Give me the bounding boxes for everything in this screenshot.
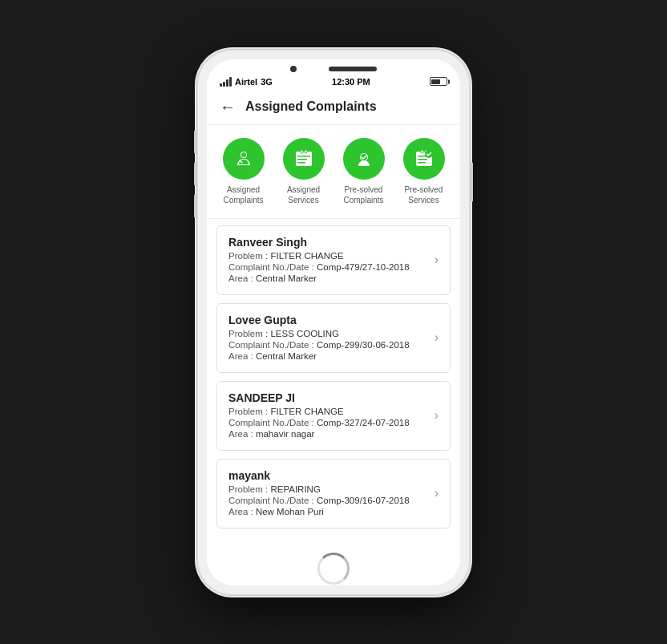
network-label: 3G [261,77,273,87]
area-label-2: Area : [228,429,256,439]
carrier-label: Airtel [235,77,257,87]
category-assigned-complaints[interactable]: AssignedComplaints [216,138,272,205]
phone-screen: Airtel 3G 12:30 PM ← Assigned Complaints [207,59,460,585]
assigned-services-icon [283,138,325,180]
complaint-card-2[interactable]: SANDEEP JI Problem : FILTER CHANGE Compl… [216,381,451,451]
svg-rect-15 [421,150,423,153]
complaint-no-label-1: Complaint No./Date : [228,340,317,350]
notch-bar [207,59,460,75]
area-value-0: Central Marker [256,273,317,283]
complaint-problem-1: Problem : LESS COOLING [228,329,428,338]
problem-label-1: Problem : [228,329,270,338]
complaint-name-0: Ranveer Singh [228,236,428,249]
complaint-no-value-3: Comp-309/16-07-2018 [317,496,410,505]
problem-label-0: Problem : [228,251,270,261]
problem-value-1: LESS COOLING [270,329,339,338]
camera-dot [290,66,297,72]
loading-container [216,537,451,585]
complaint-problem-0: Problem : FILTER CHANGE [228,251,428,261]
area-value-3: New Mohan Puri [256,507,324,516]
complaint-name-3: mayank [228,469,428,482]
problem-value-0: FILTER CHANGE [270,251,343,261]
complaint-no-label-0: Complaint No./Date : [228,262,317,272]
complaint-problem-3: Problem : REPAIRING [228,484,428,494]
complaint-area-3: Area : New Mohan Puri [228,507,428,516]
chevron-icon-3: › [435,486,439,500]
svg-rect-7 [301,150,303,153]
complaints-list: Ranveer Singh Problem : FILTER CHANGE Co… [207,219,460,585]
complaint-card-1[interactable]: Lovee Gupta Problem : LESS COOLING Compl… [216,303,451,373]
svg-rect-4 [297,156,310,157]
complaint-info-2: SANDEEP JI Problem : FILTER CHANGE Compl… [228,391,428,440]
svg-rect-5 [297,159,307,160]
loading-spinner [317,553,350,585]
category-pre-solved-complaints[interactable]: Pre-solvedComplaints [336,138,392,205]
status-left: Airtel 3G [220,77,273,87]
problem-value-2: FILTER CHANGE [270,407,343,416]
complaint-no-label-3: Complaint No./Date : [228,496,317,505]
complaint-name-2: SANDEEP JI [228,391,428,404]
category-pre-solved-services[interactable]: Pre-solvedServices [396,138,452,205]
app-content: ← Assigned Complaints [207,90,460,585]
problem-label-2: Problem : [228,407,270,416]
phone-frame: Airtel 3G 12:30 PM ← Assigned Complaints [197,50,470,595]
pre-solved-complaints-label: Pre-solvedComplaints [343,184,383,205]
complaint-card-3[interactable]: mayank Problem : REPAIRING Complaint No.… [216,459,451,529]
svg-point-17 [425,150,433,158]
pre-solved-complaints-icon [343,138,385,180]
chevron-icon-0: › [435,253,439,267]
complaint-info-0: Ranveer Singh Problem : FILTER CHANGE Co… [228,236,428,285]
page-title: Assigned Complaints [245,99,377,114]
area-value-2: mahavir nagar [256,429,315,439]
signal-icon [220,77,232,87]
chevron-icon-1: › [435,330,439,345]
complaint-no-3: Complaint No./Date : Comp-309/16-07-2018 [228,496,428,505]
svg-rect-8 [305,150,307,153]
svg-point-1 [241,152,246,157]
complaint-info-3: mayank Problem : REPAIRING Complaint No.… [228,469,428,518]
svg-rect-14 [418,162,426,164]
area-value-1: Central Marker [256,351,317,361]
battery-icon [430,77,447,86]
pre-solved-services-label: Pre-solvedServices [405,184,443,205]
complaint-no-value-0: Comp-479/27-10-2018 [317,262,410,272]
complaint-card-0[interactable]: Ranveer Singh Problem : FILTER CHANGE Co… [216,225,451,295]
complaint-area-0: Area : Central Marker [228,273,428,283]
complaint-area-1: Area : Central Marker [228,351,428,361]
back-button[interactable]: ← [220,98,236,116]
complaint-no-2: Complaint No./Date : Comp-327/24-07-2018 [228,418,428,427]
assigned-complaints-label: AssignedComplaints [223,184,263,205]
area-label-3: Area : [228,507,256,516]
area-label-1: Area : [228,351,256,361]
complaint-no-1: Complaint No./Date : Comp-299/30-06-2018 [228,340,428,350]
status-bar: Airtel 3G 12:30 PM [207,75,460,90]
status-right [430,77,447,86]
categories-row: AssignedComplaints [207,125,460,219]
complaint-problem-2: Problem : FILTER CHANGE [228,407,428,416]
problem-value-3: REPAIRING [270,484,320,494]
complaint-name-1: Lovee Gupta [228,314,428,326]
assigned-complaints-icon [223,138,265,180]
chevron-icon-2: › [435,408,439,423]
app-header: ← Assigned Complaints [207,90,460,125]
complaint-area-2: Area : mahavir nagar [228,429,428,439]
assigned-services-label: AssignedServices [287,184,320,205]
svg-rect-6 [297,162,305,164]
complaint-no-label-2: Complaint No./Date : [228,418,317,427]
speaker [329,67,377,71]
complaint-no-0: Complaint No./Date : Comp-479/27-10-2018 [228,262,428,272]
complaint-no-value-1: Comp-299/30-06-2018 [317,340,410,350]
problem-label-3: Problem : [228,484,270,494]
svg-rect-13 [418,159,427,160]
complaint-info-1: Lovee Gupta Problem : LESS COOLING Compl… [228,314,428,363]
pre-solved-services-icon [403,138,445,180]
time-label: 12:30 PM [332,77,370,87]
category-assigned-services[interactable]: AssignedServices [276,138,332,205]
complaint-no-value-2: Comp-327/24-07-2018 [317,418,410,427]
area-label-0: Area : [228,273,256,283]
battery-fill [431,79,439,84]
